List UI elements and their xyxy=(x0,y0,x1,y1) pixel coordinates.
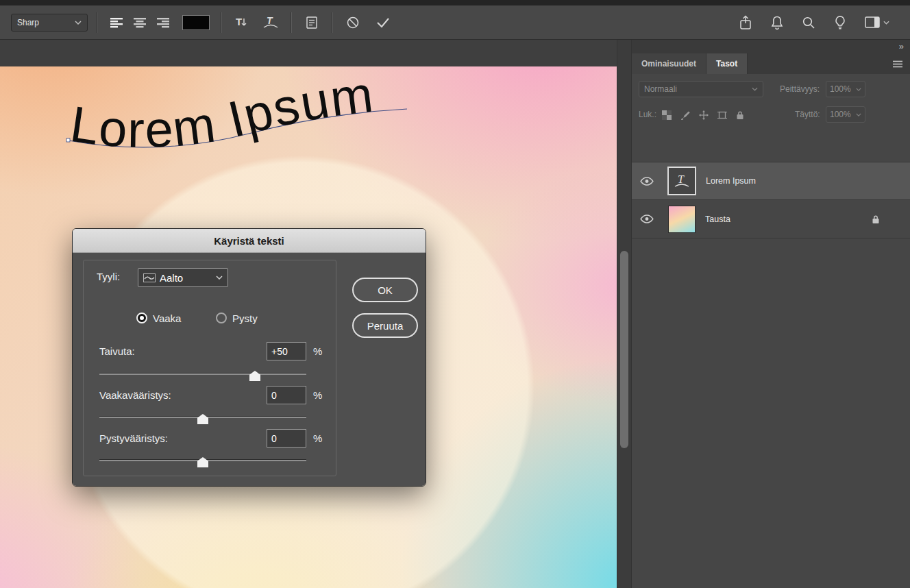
toolbar-separator xyxy=(332,12,333,33)
layers-panel: » Ominaisuudet Tasot Normaali xyxy=(632,40,910,588)
layer-name[interactable]: Tausta xyxy=(705,215,730,224)
align-left-icon xyxy=(110,17,125,28)
warp-style-dropdown[interactable]: Aalto xyxy=(138,268,228,287)
lock-all-button[interactable] xyxy=(736,110,744,120)
bend-label: Taivuta: xyxy=(99,345,135,357)
move-arrows-icon xyxy=(699,110,709,120)
h-distort-label: Vaakavääristys: xyxy=(99,389,171,401)
window-title-strip xyxy=(0,0,910,5)
checkmark-icon xyxy=(376,17,390,28)
blend-mode-dropdown[interactable]: Normaali xyxy=(639,81,763,97)
photoshop-window: Sharp T xyxy=(0,0,910,588)
layer-name[interactable]: Lorem Ipsum xyxy=(706,176,756,186)
chevron-down-icon xyxy=(856,88,861,91)
text-orientation-icon: T xyxy=(234,15,250,30)
transparency-checkerboard-icon xyxy=(662,110,672,120)
fill-label: Täyttö: xyxy=(795,110,820,119)
text-layer-thumbnail[interactable]: T xyxy=(667,167,696,195)
cancel-button[interactable]: Peruuta xyxy=(352,313,418,338)
align-center-icon xyxy=(133,17,148,28)
discover-button[interactable] xyxy=(833,15,847,30)
fill-dropdown[interactable]: 100% xyxy=(826,106,865,123)
anti-alias-value: Sharp xyxy=(17,18,39,27)
v-distort-label: Pystyvääristys: xyxy=(99,432,168,444)
chevron-down-icon xyxy=(883,21,889,25)
warped-text: Lorem Ipsum xyxy=(67,82,378,158)
tab-tasot[interactable]: Tasot xyxy=(706,53,748,74)
chevron-down-icon xyxy=(752,87,758,91)
svg-text:Lorem Ipsum: Lorem Ipsum xyxy=(67,82,378,158)
lock-pixels-button[interactable] xyxy=(680,110,690,120)
warp-text-icon: T xyxy=(262,15,279,30)
lock-artboard-button[interactable] xyxy=(717,110,727,120)
layers-panel-content: Normaali Peittävyys: 100% Luk.: xyxy=(632,74,910,588)
h-distort-unit: % xyxy=(313,389,322,401)
chevron-down-icon xyxy=(75,21,82,25)
commit-edits-button[interactable] xyxy=(371,12,395,33)
anti-alias-dropdown[interactable]: Sharp xyxy=(11,14,88,32)
text-orientation-button[interactable]: T xyxy=(230,12,254,33)
lightbulb-icon xyxy=(833,15,847,30)
radio-vertical[interactable] xyxy=(216,313,227,323)
layer-locked-indicator xyxy=(872,215,880,224)
dialog-body: Tyyli: Aalto Vaaka Pysty Taivuta: % Vaak… xyxy=(73,253,426,487)
panel-toggle-button[interactable] xyxy=(865,16,889,28)
radio-vertical-label[interactable]: Pysty xyxy=(232,313,258,324)
h-distort-input[interactable] xyxy=(267,386,306,404)
notifications-button[interactable] xyxy=(770,15,784,30)
bend-input[interactable] xyxy=(267,342,306,360)
vertical-scrollbar[interactable] xyxy=(617,40,632,588)
bend-unit: % xyxy=(313,345,322,357)
fill-value: 100% xyxy=(830,110,851,119)
lock-icon xyxy=(736,110,744,120)
align-right-button[interactable] xyxy=(152,12,175,33)
style-label: Tyyli: xyxy=(97,271,120,282)
svg-text:T: T xyxy=(267,15,273,26)
dialog-title: Käyristä teksti xyxy=(73,229,426,253)
toolbar-right-group xyxy=(739,15,899,30)
layer-visibility-toggle[interactable] xyxy=(632,177,662,186)
lock-position-button[interactable] xyxy=(699,110,709,120)
layer-visibility-toggle[interactable] xyxy=(632,215,662,223)
toolbar-separator xyxy=(96,12,97,33)
warp-text-button[interactable]: T xyxy=(259,12,282,33)
cancel-icon xyxy=(346,16,360,29)
opacity-dropdown[interactable]: 100% xyxy=(826,81,865,97)
opacity-label: Peittävyys: xyxy=(780,84,820,94)
align-left-button[interactable] xyxy=(106,12,129,33)
share-button[interactable] xyxy=(739,15,752,30)
wave-style-icon xyxy=(143,273,156,282)
share-icon xyxy=(739,15,752,30)
blend-mode-value: Normaali xyxy=(644,84,677,94)
collapse-panels-button[interactable]: » xyxy=(899,41,905,51)
cancel-edits-button[interactable] xyxy=(341,12,365,33)
panel-tabs: Ominaisuudet Tasot xyxy=(632,53,910,74)
ok-button[interactable]: OK xyxy=(352,278,418,302)
radio-horizontal[interactable] xyxy=(136,313,147,323)
layer-row-lorem-ipsum[interactable]: T Lorem Ipsum xyxy=(632,162,910,200)
background-layer-thumbnail[interactable] xyxy=(668,206,696,233)
lock-transparency-button[interactable] xyxy=(662,110,672,120)
brush-icon xyxy=(680,110,690,120)
eye-icon xyxy=(640,177,654,186)
warp-text-thumb-icon: T xyxy=(673,173,691,189)
text-color-swatch[interactable] xyxy=(182,15,210,30)
panel-toggle-icon xyxy=(865,16,880,28)
v-distort-input[interactable] xyxy=(267,429,306,448)
scrollbar-thumb[interactable] xyxy=(620,251,628,448)
path-anchor-point[interactable] xyxy=(66,138,70,142)
align-center-button[interactable] xyxy=(129,12,152,33)
panel-menu-button[interactable] xyxy=(892,60,903,68)
layer-row-tausta[interactable]: Tausta xyxy=(632,200,910,238)
search-button[interactable] xyxy=(802,16,815,29)
toggle-panels-button[interactable] xyxy=(300,12,323,33)
panel-header: » xyxy=(632,40,910,53)
warped-text-graphic: Lorem Ipsum xyxy=(60,82,423,177)
bend-slider-track[interactable] xyxy=(99,373,306,375)
tab-ominaisuudet[interactable]: Ominaisuudet xyxy=(632,53,706,74)
search-icon xyxy=(802,16,815,29)
lock-icon xyxy=(872,215,880,224)
radio-horizontal-label[interactable]: Vaaka xyxy=(153,313,181,324)
layers-list: T Lorem Ipsum xyxy=(632,162,910,238)
lock-options xyxy=(662,108,744,122)
